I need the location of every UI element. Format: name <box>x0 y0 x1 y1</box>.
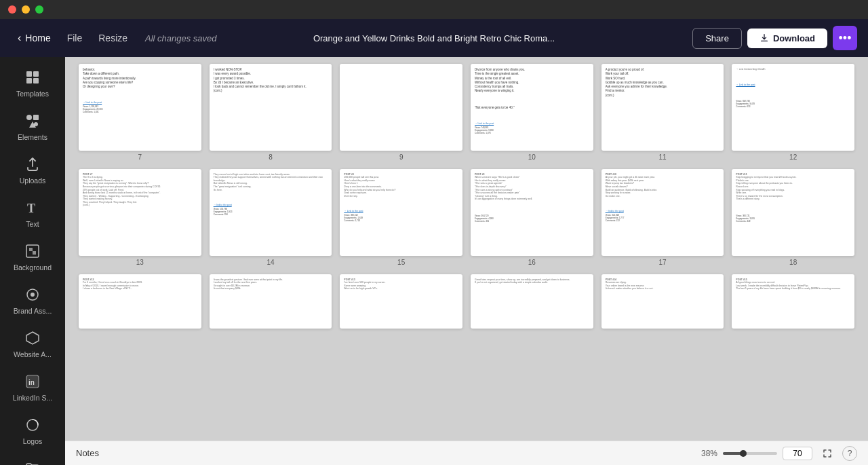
slide-card-17[interactable]: POST #10 At your job, you might get a 3k… <box>601 169 724 256</box>
content-area: behavior. Take down a different path. A … <box>65 57 868 465</box>
logos-label: Logos <box>23 437 43 445</box>
slide-wrapper-19: POST #12 For 6 months, I lived on a couc… <box>79 274 201 329</box>
close-button[interactable] <box>8 5 16 14</box>
home-label: Home <box>25 33 50 43</box>
slide-card-13[interactable]: POST #7 The 9 to 5 is dying. Well, even … <box>79 169 201 256</box>
slide-card-9[interactable] <box>340 64 462 151</box>
slide-card-16[interactable]: POST #9 When someone says "She's a good … <box>471 169 593 256</box>
svg-point-13 <box>31 293 35 297</box>
sidebar-item-brand[interactable]: Brand Ass... <box>5 280 60 320</box>
svg-marker-14 <box>26 332 39 344</box>
sidebar-item-folders[interactable]: Folders <box>5 453 60 465</box>
slide-wrapper-9: 9 <box>340 64 462 161</box>
svg-text:in: in <box>28 379 35 386</box>
slide-number-14: 14 <box>267 259 274 266</box>
text-icon: T <box>23 198 42 217</box>
slide-card-22[interactable]: Great hires respect your time, show up, … <box>471 274 593 329</box>
templates-icon <box>23 68 42 87</box>
svg-rect-5 <box>33 115 39 120</box>
slide-card-10[interactable]: Divorce from anyone who drains you. Time… <box>471 64 593 151</box>
svg-rect-10 <box>29 248 33 251</box>
svg-rect-1 <box>33 71 39 77</box>
slide-wrapper-20: It was the grandest gesture I had ever s… <box>210 274 332 329</box>
file-menu-button[interactable]: File <box>60 29 90 48</box>
maximize-button[interactable] <box>35 5 43 14</box>
slide-wrapper-7: behavior. Take down a different path. A … <box>79 64 201 161</box>
slide-wrapper-23: POST #14 Resumes are dying. Your online … <box>601 274 724 329</box>
background-icon <box>23 242 42 261</box>
sidebar-item-website[interactable]: Website A... <box>5 323 60 364</box>
svg-rect-3 <box>33 78 39 83</box>
slide-card-19[interactable]: POST #12 For 6 months, I lived on a couc… <box>79 274 201 329</box>
saved-status: All changes saved <box>145 33 217 43</box>
minimize-button[interactable] <box>22 5 30 14</box>
sidebar-item-logos[interactable]: Logos <box>5 410 60 451</box>
slide-card-14[interactable]: They moved out of high-cost cities and i… <box>210 169 332 256</box>
uploads-icon <box>23 155 42 174</box>
resize-button[interactable]: Resize <box>92 29 134 48</box>
download-button[interactable]: Download <box>747 29 827 48</box>
slide-wrapper-8: I worked NON-STOP. I was every award pos… <box>210 64 332 161</box>
slide-number-12: 12 <box>789 153 797 161</box>
slide-card-21[interactable]: POST #13 I've hired over 500 people in m… <box>340 274 462 329</box>
notes-label: Notes <box>76 448 99 458</box>
zoom-slider[interactable] <box>723 452 777 455</box>
sidebar-item-background[interactable]: Background <box>5 236 60 277</box>
brand-label: Brand Ass... <box>14 307 52 315</box>
help-button[interactable]: ? <box>842 446 857 461</box>
linkedin-icon: in <box>23 372 42 391</box>
uploads-label: Uploads <box>20 176 46 185</box>
slide-card-23[interactable]: POST #14 Resumes are dying. Your online … <box>601 274 724 329</box>
slide-number-10: 10 <box>528 153 536 161</box>
slide-card-15[interactable]: POST #9 100,000 people will see this pos… <box>340 169 462 256</box>
slide-wrapper-13: POST #7 The 9 to 5 is dying. Well, even … <box>79 169 201 266</box>
folders-icon <box>23 459 42 465</box>
zoom-area: 38% ? <box>701 444 857 463</box>
svg-text:T: T <box>27 202 35 215</box>
slide-wrapper-15: POST #9 100,000 people will see this pos… <box>340 169 462 266</box>
slide-wrapper-16: POST #9 When someone says "She's a good … <box>471 169 593 266</box>
slide-wrapper-17: POST #10 At your job, you might get a 3k… <box>601 169 724 266</box>
text-label: Text <box>26 220 39 228</box>
chevron-left-icon: ‹ <box>18 32 21 44</box>
slide-card-18[interactable]: POST #11 Stop bragging to everyone that … <box>732 169 854 256</box>
home-nav-button[interactable]: ‹ Home <box>11 28 58 48</box>
slide-card-8[interactable]: I worked NON-STOP. I was every award pos… <box>210 64 332 151</box>
sidebar-item-text[interactable]: T Text <box>5 193 60 234</box>
share-button[interactable]: Share <box>692 28 742 49</box>
slide-number-7: 7 <box>138 153 142 161</box>
templates-label: Templates <box>16 90 49 98</box>
zoom-percent: 38% <box>701 449 717 458</box>
slide-card-20[interactable]: It was the grandest gesture I had ever s… <box>210 274 332 329</box>
slide-card-7[interactable]: behavior. Take down a different path. A … <box>79 64 201 151</box>
svg-rect-7 <box>34 122 38 126</box>
zoom-input[interactable] <box>783 447 812 460</box>
elements-label: Elements <box>18 133 47 141</box>
slide-wrapper-12: → cost #networking #health → Link to the… <box>732 64 854 161</box>
sidebar-item-templates[interactable]: Templates <box>5 62 60 103</box>
slide-number-17: 17 <box>658 259 666 266</box>
sidebar-item-elements[interactable]: Elements <box>5 106 60 147</box>
slides-grid: behavior. Take down a different path. A … <box>79 64 854 329</box>
slide-wrapper-10: Divorce from anyone who drains you. Time… <box>471 64 593 161</box>
slide-card-12[interactable]: → cost #networking #health → Link to the… <box>732 64 854 151</box>
slide-number-11: 11 <box>658 153 666 161</box>
sidebar-item-linkedin[interactable]: in LinkedIn S... <box>5 367 60 407</box>
sidebar: Templates Elements Uploads T Text Backgr… <box>0 57 65 465</box>
slide-wrapper-22: Great hires respect your time, show up, … <box>471 274 593 329</box>
background-label: Background <box>14 263 52 272</box>
elements-icon <box>23 111 42 130</box>
more-options-button[interactable]: ••• <box>833 26 857 50</box>
website-icon <box>23 329 42 348</box>
sidebar-item-uploads[interactable]: Uploads <box>5 149 60 190</box>
main-layout: Templates Elements Uploads T Text Backgr… <box>0 57 868 465</box>
fullscreen-button[interactable] <box>818 444 837 463</box>
website-label: Website A... <box>14 350 52 358</box>
canvas-scroll[interactable]: behavior. Take down a different path. A … <box>65 57 868 441</box>
slide-card-11[interactable]: A product you're so proud of. Work your … <box>601 64 724 151</box>
brand-icon <box>23 285 42 304</box>
logos-icon <box>23 415 42 434</box>
svg-rect-2 <box>26 78 32 83</box>
slide-card-24[interactable]: POST #15 All good things must come to an… <box>732 274 854 329</box>
topnav: ‹ Home File Resize All changes saved Ora… <box>0 19 868 57</box>
